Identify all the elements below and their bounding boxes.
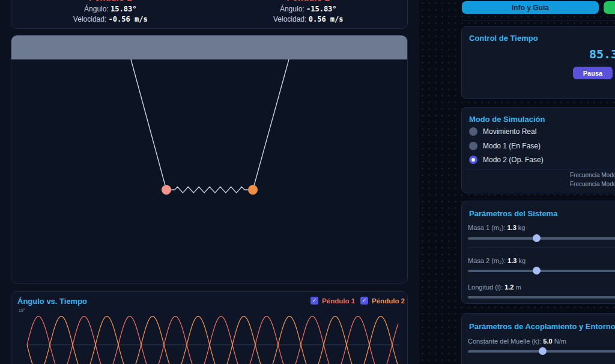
mass2-param: Masa 2 (m₂): 1.3 kg xyxy=(468,257,526,264)
coupling-card-title: Parámetros de Acoplamiento y Entorno xyxy=(469,322,615,331)
simulation-mode-card: Modo de Simulación Movimiento Real Modo … xyxy=(461,107,615,193)
mass1-param: Masa 1 (m₁): 1.3 kg xyxy=(468,224,525,231)
spring-constant-slider-thumb[interactable] xyxy=(539,347,547,355)
pendulum2-title: Péndulo 2 xyxy=(210,0,408,3)
pause-button[interactable]: Pausa xyxy=(573,67,613,79)
simulation-canvas xyxy=(11,35,408,284)
legend-pendulum2[interactable]: ✓ Péndulo 2 xyxy=(360,297,405,305)
mass1-unit: kg xyxy=(518,224,526,231)
pendulum2-readout: Péndulo 2 Ángulo: -15.83° Velocidad: 0.5… xyxy=(210,0,408,28)
pendulum2-string xyxy=(253,59,289,190)
pendulum1-angle: Ángulo: 15.83° xyxy=(11,5,210,13)
pendulum2-velocity: Velocidad: 0.56 m/s xyxy=(210,15,408,23)
spring-constant-label: Constante del Muelle (k): xyxy=(468,338,541,345)
radio-selected-icon[interactable] xyxy=(469,156,477,164)
coupling-spring xyxy=(171,187,248,193)
coupling-parameters-card: Parámetros de Acoplamiento y Entorno Con… xyxy=(461,313,615,364)
legend-pendulum1[interactable]: ✓ Péndulo 1 xyxy=(311,297,355,305)
check-icon: ✓ xyxy=(312,297,317,303)
angle-value: 15.83° xyxy=(111,5,136,13)
mode-card-title: Modo de Simulación xyxy=(469,115,545,124)
system-card-title: Parámetros del Sistema xyxy=(469,209,557,218)
pause-label: Pausa xyxy=(583,70,602,77)
frequency-mode1-text: Frecuencia Modo xyxy=(570,172,615,178)
pendulum1-velocity: Velocidad: -0.56 m/s xyxy=(11,15,210,23)
pendulum1-checkbox[interactable]: ✓ xyxy=(311,297,318,305)
time-display: 85.3 xyxy=(589,47,615,61)
info-guide-button[interactable]: Info y Guía xyxy=(462,1,599,14)
chart-legend: ✓ Péndulo 1 ✓ Péndulo 2 xyxy=(311,297,405,305)
mode-option-mode2[interactable]: Modo 2 (Op. Fase) xyxy=(469,156,544,164)
mode-card-divider xyxy=(468,169,615,169)
angle-chart-plot xyxy=(11,306,408,364)
velocity-value: -0.56 m/s xyxy=(109,15,148,23)
mode-option-label: Modo 1 (En Fase) xyxy=(483,142,541,150)
pendulum-drawing xyxy=(11,35,408,284)
mass1-slider[interactable] xyxy=(468,237,615,240)
time-control-card: Control de Tiempo 85.3 Pausa Lento xyxy=(461,26,615,99)
pendulum1-title: Péndulo 1 xyxy=(11,0,210,3)
spring-constant-param: Constante del Muelle (k): 5.0 N/m xyxy=(468,338,566,345)
wave-Péndulo 2 xyxy=(27,317,398,364)
spring-constant-unit: N/m xyxy=(554,338,566,345)
mass1-value: 1.3 xyxy=(507,224,516,231)
radio-icon[interactable] xyxy=(469,142,477,150)
length-value: 1.2 xyxy=(504,284,514,291)
angle-label: Ángulo: xyxy=(280,5,304,13)
length-unit: m xyxy=(516,284,521,291)
pendulum-readouts-panel: Péndulo 1 Ángulo: 15.83° Velocidad: -0.5… xyxy=(11,0,408,29)
mass2-slider-thumb[interactable] xyxy=(533,267,541,275)
length-slider[interactable] xyxy=(468,296,615,299)
angle-label: Ángulo: xyxy=(84,5,109,13)
mass2-value: 1.3 xyxy=(507,257,517,264)
pendulum1-readout: Péndulo 1 Ángulo: 15.83° Velocidad: -0.5… xyxy=(11,0,210,28)
mode-option-label: Modo 2 (Op. Fase) xyxy=(483,156,544,164)
pendulum2-angle: Ángulo: -15.83° xyxy=(210,5,408,13)
app-root: Péndulo 1 Ángulo: 15.83° Velocidad: -0.5… xyxy=(0,0,615,364)
spring-constant-value: 5.0 xyxy=(543,338,552,345)
radio-icon[interactable] xyxy=(469,127,477,136)
system-parameters-card: Parámetros del Sistema Masa 1 (m₁): 1.3 … xyxy=(461,201,615,304)
mass2-slider[interactable] xyxy=(468,270,615,272)
info-guide-label: Info y Guía xyxy=(512,4,549,12)
pendulum1-bob[interactable] xyxy=(162,185,171,195)
legend-pendulum2-label: Péndulo 2 xyxy=(372,297,405,305)
check-icon: ✓ xyxy=(362,297,367,303)
mass1-label: Masa 1 (m₁): xyxy=(468,224,505,231)
angle-value: -15.83° xyxy=(306,5,337,13)
legend-pendulum1-label: Péndulo 1 xyxy=(322,297,355,305)
velocity-label: Velocidad: xyxy=(273,15,306,23)
mass2-unit: kg xyxy=(518,257,526,264)
mass2-label: Masa 2 (m₂): xyxy=(468,257,506,264)
frequency-mode2-text: Frecuencia Modo xyxy=(570,181,615,187)
mass1-slider-thumb[interactable] xyxy=(533,234,541,242)
chart-title: Ángulo vs. Tiempo xyxy=(17,297,87,306)
pendulum1-string xyxy=(131,59,166,190)
velocity-label: Velocidad: xyxy=(73,15,106,23)
mode-option-label: Movimiento Real xyxy=(483,127,536,136)
sidebar-divider xyxy=(462,20,615,20)
system-card-divider xyxy=(468,247,615,248)
length-label: Longitud (l): xyxy=(468,284,503,291)
pendulum2-checkbox[interactable]: ✓ xyxy=(360,297,368,305)
green-action-button[interactable] xyxy=(604,1,615,14)
angle-chart-panel: Ángulo vs. Tiempo ✓ Péndulo 1 ✓ Péndulo … xyxy=(11,291,408,364)
length-param: Longitud (l): 1.2 m xyxy=(468,284,521,291)
pendulum2-bob[interactable] xyxy=(248,185,258,195)
mode-option-mode1[interactable]: Modo 1 (En Fase) xyxy=(469,142,541,150)
time-card-title: Control de Tiempo xyxy=(469,34,538,43)
mode-option-real[interactable]: Movimiento Real xyxy=(469,127,536,136)
velocity-value: 0.56 m/s xyxy=(309,15,344,23)
